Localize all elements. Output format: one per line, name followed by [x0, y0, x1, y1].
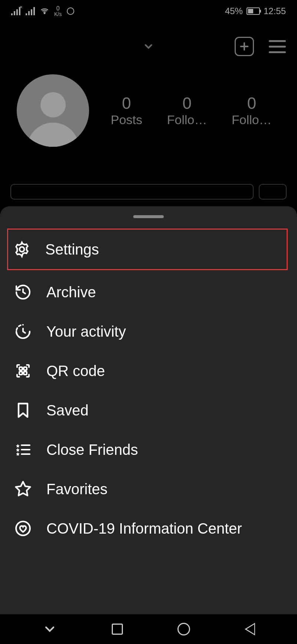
- svg-rect-3: [24, 367, 27, 370]
- posts-stat[interactable]: 0 Posts: [111, 94, 142, 127]
- following-count: 0: [247, 94, 256, 113]
- plus-icon: [238, 41, 250, 52]
- menu-label: Saved: [46, 402, 88, 419]
- data-rate-indicator: 0 K/s: [54, 6, 62, 17]
- menu-item-qr[interactable]: QR code: [9, 351, 288, 391]
- data-rate-value: 0: [56, 6, 60, 12]
- svg-point-1: [20, 247, 25, 252]
- menu-label: COVID-19 Information Center: [46, 520, 242, 537]
- posts-count: 0: [122, 94, 131, 113]
- following-stat[interactable]: 0 Follo…: [232, 94, 272, 127]
- battery-icon: [247, 7, 260, 15]
- profile-action-row: [0, 184, 297, 200]
- create-button[interactable]: [235, 37, 254, 56]
- hamburger-bottom-sheet: Settings Archive Your activity: [0, 206, 297, 614]
- chevron-down-icon: [143, 41, 154, 52]
- wifi-icon: [40, 7, 49, 15]
- status-left-group: 0 K/s: [11, 6, 74, 17]
- gear-icon: [13, 240, 31, 259]
- nav-home-button[interactable]: [177, 623, 190, 635]
- archive-clock-icon: [14, 283, 32, 301]
- followers-stat[interactable]: 0 Follo…: [167, 94, 207, 127]
- menu-item-activity[interactable]: Your activity: [9, 312, 288, 351]
- followers-count: 0: [182, 94, 191, 113]
- data-rate-unit: K/s: [54, 12, 62, 17]
- battery-percent: 45%: [225, 6, 243, 16]
- edit-profile-button[interactable]: [10, 184, 254, 200]
- menu-item-settings[interactable]: Settings: [7, 229, 288, 270]
- sheet-drag-handle[interactable]: [133, 215, 164, 218]
- avatar[interactable]: [17, 74, 89, 147]
- status-right-group: 45% 12:55: [225, 6, 286, 16]
- menu-label: Your activity: [46, 323, 126, 340]
- menu-label: QR code: [46, 363, 105, 379]
- menu-item-close-friends[interactable]: Close Friends: [9, 430, 288, 469]
- menu-item-covid[interactable]: COVID-19 Information Center: [9, 509, 288, 548]
- svg-rect-5: [24, 372, 27, 375]
- activity-clock-icon: [14, 322, 32, 341]
- menu-item-saved[interactable]: Saved: [9, 391, 288, 430]
- qr-code-icon: [14, 362, 32, 380]
- signal-no-sim-icon: [11, 7, 20, 15]
- he-heart-icon: [14, 519, 32, 538]
- svg-rect-4: [19, 372, 22, 375]
- menu-list: Settings Archive Your activity: [0, 229, 297, 548]
- followers-label: Follo…: [167, 113, 207, 127]
- menu-label: Favorites: [46, 481, 108, 498]
- hamburger-menu-button[interactable]: [269, 40, 286, 53]
- nav-recents-button[interactable]: [112, 624, 123, 635]
- username-dropdown[interactable]: [143, 41, 154, 52]
- following-label: Follo…: [232, 113, 272, 127]
- posts-label: Posts: [111, 113, 142, 127]
- menu-label: Archive: [46, 284, 96, 301]
- menu-label: Settings: [45, 241, 99, 258]
- star-list-icon: [14, 440, 32, 459]
- status-bar: 0 K/s 45% 12:55: [0, 0, 297, 22]
- signal-icon: [26, 7, 35, 15]
- menu-item-favorites[interactable]: Favorites: [9, 469, 288, 509]
- svg-rect-2: [19, 367, 22, 370]
- bookmark-icon: [14, 401, 32, 420]
- profile-stats-row: 0 Posts 0 Follo… 0 Follo…: [0, 63, 297, 162]
- clock-time: 12:55: [264, 6, 286, 16]
- nav-back-button[interactable]: [245, 623, 255, 635]
- nav-hide-keyboard-icon[interactable]: [42, 622, 57, 637]
- menu-label: Close Friends: [46, 441, 138, 458]
- profile-header: [0, 30, 297, 63]
- discover-people-button[interactable]: [259, 184, 287, 200]
- star-icon: [14, 480, 32, 498]
- svg-point-0: [44, 13, 45, 14]
- menu-item-archive[interactable]: Archive: [9, 272, 288, 312]
- android-nav-bar: [0, 614, 297, 644]
- status-circle-icon: [67, 7, 74, 15]
